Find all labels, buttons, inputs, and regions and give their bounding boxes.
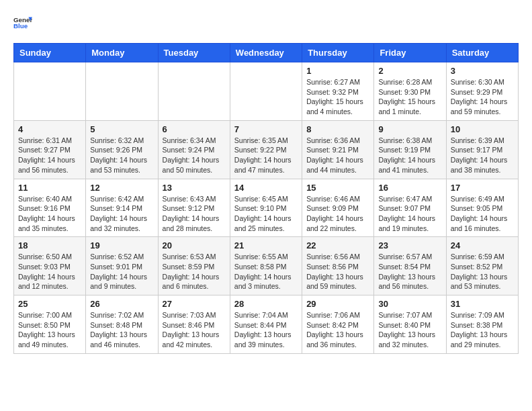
calendar-cell — [230, 62, 302, 121]
calendar-cell: 5Sunrise: 6:32 AM Sunset: 9:26 PM Daylig… — [86, 120, 158, 179]
day-info: Sunrise: 6:40 AM Sunset: 9:16 PM Dayligh… — [18, 194, 81, 234]
day-info: Sunrise: 6:55 AM Sunset: 8:58 PM Dayligh… — [234, 252, 298, 291]
day-number: 29 — [306, 299, 369, 309]
header-day-monday: Monday — [86, 44, 158, 62]
week-row-2: 4Sunrise: 6:31 AM Sunset: 9:27 PM Daylig… — [14, 120, 519, 179]
day-number: 1 — [306, 66, 369, 76]
day-number: 12 — [90, 183, 153, 193]
day-number: 20 — [163, 240, 226, 250]
calendar-cell: 21Sunrise: 6:55 AM Sunset: 8:58 PM Dayli… — [230, 237, 302, 295]
day-number: 24 — [451, 240, 514, 250]
day-info: Sunrise: 6:56 AM Sunset: 8:56 PM Dayligh… — [306, 252, 369, 291]
header-day-sunday: Sunday — [14, 44, 86, 62]
day-number: 28 — [234, 299, 298, 309]
day-number: 21 — [234, 240, 298, 250]
day-info: Sunrise: 6:30 AM Sunset: 9:29 PM Dayligh… — [451, 77, 514, 117]
day-number: 23 — [378, 240, 441, 250]
calendar-cell: 12Sunrise: 6:42 AM Sunset: 9:14 PM Dayli… — [86, 179, 158, 237]
day-number: 13 — [163, 183, 226, 193]
calendar-cell: 24Sunrise: 6:59 AM Sunset: 8:52 PM Dayli… — [446, 237, 518, 295]
calendar-cell: 8Sunrise: 6:36 AM Sunset: 9:21 PM Daylig… — [302, 120, 374, 179]
calendar-cell: 15Sunrise: 6:46 AM Sunset: 9:09 PM Dayli… — [302, 179, 374, 237]
day-info: Sunrise: 6:32 AM Sunset: 9:26 PM Dayligh… — [90, 136, 153, 175]
calendar-cell — [14, 62, 86, 121]
day-number: 16 — [378, 183, 441, 193]
day-info: Sunrise: 6:39 AM Sunset: 9:17 PM Dayligh… — [451, 136, 514, 175]
calendar-cell: 25Sunrise: 7:00 AM Sunset: 8:50 PM Dayli… — [14, 295, 86, 354]
calendar-cell: 19Sunrise: 6:52 AM Sunset: 9:01 PM Dayli… — [86, 237, 158, 295]
day-info: Sunrise: 6:36 AM Sunset: 9:21 PM Dayligh… — [306, 136, 369, 175]
day-number: 26 — [90, 299, 153, 309]
day-info: Sunrise: 6:46 AM Sunset: 9:09 PM Dayligh… — [306, 194, 369, 234]
logo-icon: General Blue — [13, 13, 32, 32]
day-info: Sunrise: 7:04 AM Sunset: 8:44 PM Dayligh… — [234, 310, 298, 350]
day-number: 17 — [451, 183, 514, 193]
day-info: Sunrise: 7:00 AM Sunset: 8:50 PM Dayligh… — [18, 310, 81, 350]
day-info: Sunrise: 6:27 AM Sunset: 9:32 PM Dayligh… — [306, 77, 369, 117]
day-number: 6 — [163, 124, 226, 134]
calendar-cell: 10Sunrise: 6:39 AM Sunset: 9:17 PM Dayli… — [446, 120, 518, 179]
day-number: 7 — [234, 124, 298, 134]
day-info: Sunrise: 6:47 AM Sunset: 9:07 PM Dayligh… — [378, 194, 441, 234]
day-info: Sunrise: 6:53 AM Sunset: 8:59 PM Dayligh… — [163, 252, 226, 291]
calendar-cell: 2Sunrise: 6:28 AM Sunset: 9:30 PM Daylig… — [374, 62, 446, 121]
calendar-cell: 7Sunrise: 6:35 AM Sunset: 9:22 PM Daylig… — [230, 120, 302, 179]
day-info: Sunrise: 6:34 AM Sunset: 9:24 PM Dayligh… — [163, 136, 226, 175]
calendar-cell: 1Sunrise: 6:27 AM Sunset: 9:32 PM Daylig… — [302, 62, 374, 121]
calendar-cell: 20Sunrise: 6:53 AM Sunset: 8:59 PM Dayli… — [158, 237, 230, 295]
calendar-cell — [86, 62, 158, 121]
day-info: Sunrise: 6:43 AM Sunset: 9:12 PM Dayligh… — [163, 194, 226, 234]
day-info: Sunrise: 6:28 AM Sunset: 9:30 PM Dayligh… — [378, 77, 441, 117]
calendar-cell: 27Sunrise: 7:03 AM Sunset: 8:46 PM Dayli… — [158, 295, 230, 354]
svg-text:Blue: Blue — [13, 22, 28, 30]
day-info: Sunrise: 6:35 AM Sunset: 9:22 PM Dayligh… — [234, 136, 298, 175]
day-number: 15 — [306, 183, 369, 193]
day-info: Sunrise: 6:31 AM Sunset: 9:27 PM Dayligh… — [18, 136, 81, 175]
day-info: Sunrise: 6:45 AM Sunset: 9:10 PM Dayligh… — [234, 194, 298, 234]
calendar-cell: 28Sunrise: 7:04 AM Sunset: 8:44 PM Dayli… — [230, 295, 302, 354]
calendar-cell: 17Sunrise: 6:49 AM Sunset: 9:05 PM Dayli… — [446, 179, 518, 237]
calendar-table: SundayMondayTuesdayWednesdayThursdayFrid… — [13, 43, 519, 354]
day-number: 18 — [18, 240, 81, 250]
calendar-cell: 6Sunrise: 6:34 AM Sunset: 9:24 PM Daylig… — [158, 120, 230, 179]
day-number: 11 — [18, 183, 81, 193]
day-number: 31 — [451, 299, 514, 309]
day-info: Sunrise: 6:42 AM Sunset: 9:14 PM Dayligh… — [90, 194, 153, 234]
day-number: 25 — [18, 299, 81, 309]
day-number: 30 — [378, 299, 441, 309]
day-number: 8 — [306, 124, 369, 134]
header-day-thursday: Thursday — [302, 44, 374, 62]
header-day-tuesday: Tuesday — [158, 44, 230, 62]
day-number: 10 — [451, 124, 514, 134]
day-info: Sunrise: 7:03 AM Sunset: 8:46 PM Dayligh… — [163, 310, 226, 350]
calendar-cell: 4Sunrise: 6:31 AM Sunset: 9:27 PM Daylig… — [14, 120, 86, 179]
day-info: Sunrise: 6:50 AM Sunset: 9:03 PM Dayligh… — [18, 252, 81, 291]
calendar-cell: 30Sunrise: 7:07 AM Sunset: 8:40 PM Dayli… — [374, 295, 446, 354]
calendar-cell: 23Sunrise: 6:57 AM Sunset: 8:54 PM Dayli… — [374, 237, 446, 295]
header-day-wednesday: Wednesday — [230, 44, 302, 62]
day-info: Sunrise: 7:02 AM Sunset: 8:48 PM Dayligh… — [90, 310, 153, 350]
header-day-friday: Friday — [374, 44, 446, 62]
day-info: Sunrise: 6:52 AM Sunset: 9:01 PM Dayligh… — [90, 252, 153, 291]
day-number: 14 — [234, 183, 298, 193]
week-row-1: 1Sunrise: 6:27 AM Sunset: 9:32 PM Daylig… — [14, 62, 519, 121]
logo: General Blue — [13, 13, 35, 32]
calendar-cell: 18Sunrise: 6:50 AM Sunset: 9:03 PM Dayli… — [14, 237, 86, 295]
calendar-cell: 26Sunrise: 7:02 AM Sunset: 8:48 PM Dayli… — [86, 295, 158, 354]
day-number: 22 — [306, 240, 369, 250]
calendar-cell: 16Sunrise: 6:47 AM Sunset: 9:07 PM Dayli… — [374, 179, 446, 237]
day-number: 4 — [18, 124, 81, 134]
day-number: 27 — [163, 299, 226, 309]
calendar-cell: 11Sunrise: 6:40 AM Sunset: 9:16 PM Dayli… — [14, 179, 86, 237]
calendar-cell: 22Sunrise: 6:56 AM Sunset: 8:56 PM Dayli… — [302, 237, 374, 295]
day-info: Sunrise: 7:07 AM Sunset: 8:40 PM Dayligh… — [378, 310, 441, 350]
day-info: Sunrise: 7:06 AM Sunset: 8:42 PM Dayligh… — [306, 310, 369, 350]
day-number: 5 — [90, 124, 153, 134]
day-info: Sunrise: 6:38 AM Sunset: 9:19 PM Dayligh… — [378, 136, 441, 175]
page-header: General Blue — [13, 13, 519, 32]
week-row-3: 11Sunrise: 6:40 AM Sunset: 9:16 PM Dayli… — [14, 179, 519, 237]
header-day-saturday: Saturday — [446, 44, 518, 62]
day-info: Sunrise: 6:49 AM Sunset: 9:05 PM Dayligh… — [451, 194, 514, 234]
day-number: 3 — [451, 66, 514, 76]
day-info: Sunrise: 6:57 AM Sunset: 8:54 PM Dayligh… — [378, 252, 441, 291]
